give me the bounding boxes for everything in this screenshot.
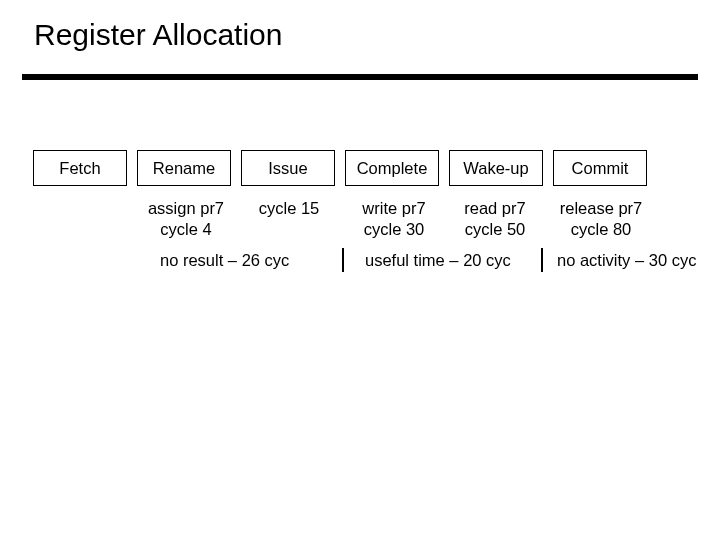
span-no-activity: no activity – 30 cyc (557, 251, 696, 270)
annot-commit: release pr7 cycle 80 (546, 198, 656, 239)
stage-rename: Rename (137, 150, 231, 186)
stage-commit: Commit (553, 150, 647, 186)
annot-complete-l1: write pr7 (339, 198, 449, 219)
span-separator-2 (541, 248, 543, 272)
annot-wakeup: read pr7 cycle 50 (440, 198, 550, 239)
annot-rename-l1: assign pr7 (131, 198, 241, 219)
stage-fetch: Fetch (33, 150, 127, 186)
span-useful-time: useful time – 20 cyc (365, 251, 511, 270)
page-title: Register Allocation (34, 18, 282, 52)
title-underline (22, 74, 698, 80)
annot-wakeup-l1: read pr7 (440, 198, 550, 219)
stage-complete: Complete (345, 150, 439, 186)
annot-rename: assign pr7 cycle 4 (131, 198, 241, 239)
annot-issue-l2: cycle 15 (234, 198, 344, 219)
annot-issue: cycle 15 (234, 198, 344, 219)
stage-wakeup: Wake-up (449, 150, 543, 186)
annot-rename-l2: cycle 4 (131, 219, 241, 240)
annot-commit-l1: release pr7 (546, 198, 656, 219)
pipeline-stage-row: Fetch Rename Issue Complete Wake-up Comm… (33, 150, 647, 186)
span-separator-1 (342, 248, 344, 272)
annot-complete: write pr7 cycle 30 (339, 198, 449, 239)
annot-wakeup-l2: cycle 50 (440, 219, 550, 240)
annot-complete-l2: cycle 30 (339, 219, 449, 240)
slide: Register Allocation Fetch Rename Issue C… (0, 0, 720, 540)
stage-issue: Issue (241, 150, 335, 186)
span-no-result: no result – 26 cyc (160, 251, 289, 270)
annot-commit-l2: cycle 80 (546, 219, 656, 240)
